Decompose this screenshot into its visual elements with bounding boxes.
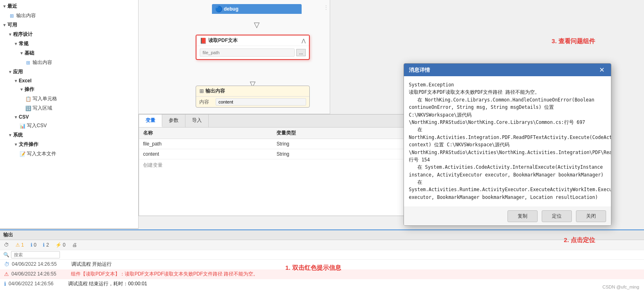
dialog-copy-btn[interactable]: 复制 (507, 210, 538, 222)
var-name-0: file_path (139, 139, 272, 149)
dialog-close-btn2[interactable]: 关闭 (576, 210, 606, 222)
sidebar-item-write-range[interactable]: 🔢 写入区域 (0, 104, 138, 113)
tab-variables[interactable]: 变量 (139, 115, 162, 127)
sidebar-item-output-basic[interactable]: ⊞ 输出内容 (0, 58, 138, 67)
log-time-0: 04/06/2022 14:26:55 (12, 261, 69, 268)
down-arrow-icon-1: ▽ (254, 21, 260, 29)
toolbar-item-clock[interactable]: ⏱ (2, 241, 11, 249)
label-excel: Excel (19, 78, 31, 84)
label-programming: 程序设计 (13, 31, 33, 38)
arrow-recent: ▼ (2, 4, 7, 9)
tab-params[interactable]: 参数 (162, 115, 185, 127)
log-msg-2: 调试流程 结束运行，耗时：00:00:01 (68, 280, 147, 287)
canvas-scrollbar[interactable]: ⋮ (323, 4, 329, 11)
label-output-basic: 输出内容 (33, 59, 52, 66)
output-activity-label: 输出内容 (205, 88, 225, 95)
dialog-close-btn[interactable]: ✕ (598, 66, 606, 74)
sidebar-section-excel[interactable]: ▼ Excel (0, 77, 138, 85)
log-info-icon: ℹ (4, 280, 6, 288)
output-icon-recent: ⊞ (8, 13, 15, 19)
label-fileops: 文件操作 (19, 141, 38, 148)
pdf-collapse-btn[interactable]: ⋀ (302, 38, 306, 44)
var-table: 名称 变量类型 file_path String content String (139, 128, 411, 159)
toolbar-item-print[interactable]: 🖨 (71, 241, 79, 249)
dialog-content: System.Exception 读取PDF文本PDF读取文本失败PDF文件路径… (404, 76, 611, 207)
pdf-filepath-input[interactable] (200, 48, 295, 57)
write-range-icon: 🔢 (24, 106, 32, 111)
toolbar-item-warn[interactable]: ⚠ 1 (14, 241, 26, 249)
pdf-title-label: 读取PDF文本 (208, 37, 238, 44)
write-csv-icon: 📊 (19, 123, 26, 129)
pdf-dots-button[interactable]: ... (296, 49, 306, 56)
label-csv: CSV (19, 114, 29, 120)
output-search-row: 🔍 (0, 250, 644, 260)
sidebar-tree: ▼ 最近 ⊞ 输出内容 ▼ 可用 ▼ 程序设计 ▼ 常规 ▼ (0, 0, 138, 160)
sidebar-section-recent[interactable]: ▼ 最近 (0, 2, 138, 11)
output-field-label: 内容 (199, 99, 216, 106)
sidebar-section-general[interactable]: ▼ 常规 (0, 39, 138, 48)
activity-debug: 🔵 debug (212, 4, 302, 14)
sidebar: ▼ 最近 ⊞ 输出内容 ▼ 可用 ▼ 程序设计 ▼ 常规 ▼ (0, 0, 139, 228)
toolbar-item-action[interactable]: ⚡ 0 (54, 241, 67, 249)
label-basic: 基础 (24, 50, 34, 57)
output-activity-icon: ⊞ (199, 88, 204, 94)
toolbar-item-info2[interactable]: ℹ 2 (41, 241, 51, 249)
label-output-recent: 输出内容 (16, 12, 36, 19)
debug-titlebar: 🔵 debug (212, 4, 302, 14)
sidebar-section-fileops[interactable]: ▼ 文件操作 (0, 140, 138, 149)
output-toolbar: ⏱ ⚠ 1 ℹ 0 ℹ 2 ⚡ 0 🖨 (0, 240, 644, 250)
arrow-after-debug: ▽ (212, 20, 302, 29)
sidebar-section-csv[interactable]: ▼ CSV (0, 113, 138, 121)
annotation-3: 3. 查看问题组件 (551, 37, 595, 45)
label-write-cell: 写入单元格 (33, 95, 57, 102)
sidebar-section-app[interactable]: ▼ 应用 (0, 67, 138, 77)
log-ok-icon: ⏱ (4, 261, 9, 268)
var-type-1: String (272, 149, 411, 159)
error-dialog: 消息详情 ✕ System.Exception 读取PDF文本PDF读取文本失败… (404, 63, 611, 226)
sidebar-section-basic[interactable]: ▼ 基础 (0, 48, 138, 58)
arrow-basic: ▼ (19, 51, 24, 55)
action-icon: ⚡ (55, 242, 62, 248)
log-warn-icon: ⚠ (4, 271, 9, 278)
output-field-value: content (216, 98, 306, 106)
variables-panel: 变量 参数 导入 名称 变量类型 file_path String conten… (139, 114, 412, 216)
output-search-input[interactable] (11, 251, 60, 258)
main-canvas: 🔵 debug ▽ 📕 读取PDF文本 ⋀ ... ▽ ⊞ 输出内容 内容 (139, 0, 330, 114)
arrow-app: ▼ (7, 70, 13, 74)
tab-imports[interactable]: 导入 (185, 115, 209, 127)
table-row: file_path String (139, 139, 411, 149)
var-name-1: content (139, 149, 272, 159)
sidebar-item-output-recent[interactable]: ⊞ 输出内容 (0, 11, 138, 20)
action-count: 0 (63, 242, 66, 248)
table-row: content String (139, 149, 411, 159)
output-panel: 输出 ⏱ ⚠ 1 ℹ 0 ℹ 2 ⚡ 0 🖨 🔍 ⏱ 04/06/2 (0, 229, 644, 291)
search-icon: 🔍 (3, 252, 9, 258)
arrow-fileops: ▼ (13, 142, 19, 147)
sidebar-item-write-text[interactable]: 📝 写入文本文件 (0, 149, 138, 159)
output-panel-header: 输出 (0, 230, 644, 240)
toolbar-item-info0[interactable]: ℹ 0 (29, 241, 38, 249)
arrow-excel: ▼ (13, 79, 19, 83)
sidebar-section-system[interactable]: ▼ 系统 (0, 130, 138, 140)
print-icon: 🖨 (72, 242, 77, 248)
sidebar-item-write-cell[interactable]: 📋 写入单元格 (0, 94, 138, 104)
activity-pdf: 📕 读取PDF文本 ⋀ ... (196, 35, 310, 60)
sidebar-section-available[interactable]: ▼ 可用 (0, 20, 138, 30)
pdf-title-group: 📕 读取PDF文本 (200, 37, 238, 44)
sidebar-item-write-csv[interactable]: 📊 写入CSV (0, 121, 138, 130)
dialog-locate-btn[interactable]: 定位 (542, 210, 572, 222)
output-content-row: 内容 content (196, 97, 309, 107)
sidebar-section-programming[interactable]: ▼ 程序设计 (0, 30, 138, 39)
log-time-2: 04/06/2022 14:26:56 (9, 280, 66, 287)
label-write-text: 写入文本文件 (27, 150, 56, 157)
output-panel-title: 输出 (3, 231, 13, 238)
arrow-csv: ▼ (13, 115, 19, 119)
info-count-2: 2 (46, 242, 49, 248)
output-activity-header: ⊞ 输出内容 (196, 86, 309, 97)
log-time-1: 04/06/2022 14:26:55 (11, 271, 68, 278)
sidebar-section-operation[interactable]: ▼ 操作 (0, 85, 138, 94)
label-general: 常规 (19, 40, 29, 47)
clock-icon: ⏱ (4, 242, 9, 248)
create-variable-btn[interactable]: 创建变量 (139, 159, 411, 171)
label-system: 系统 (13, 132, 23, 139)
